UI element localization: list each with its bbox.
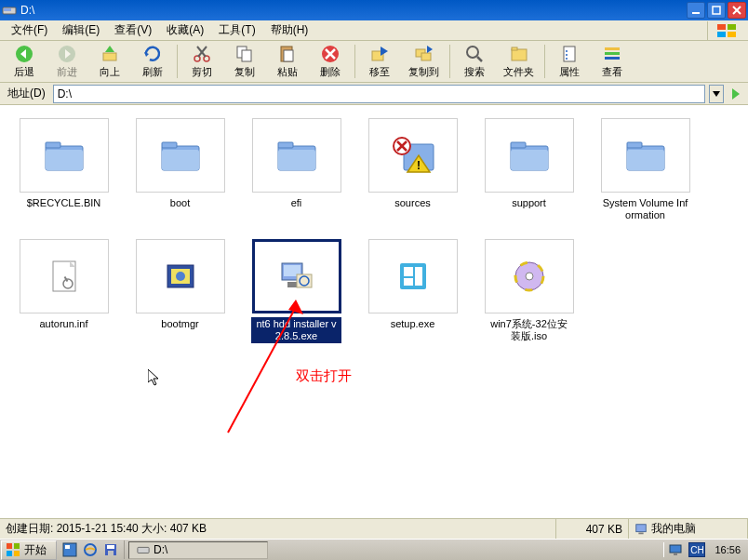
- taskbar-clock[interactable]: 16:56: [711, 544, 744, 555]
- svg-rect-35: [512, 49, 527, 60]
- paste-icon: [277, 44, 298, 64]
- file-item[interactable]: setup.exe: [364, 235, 461, 347]
- address-dropdown[interactable]: [709, 85, 724, 103]
- svg-rect-47: [46, 142, 60, 148]
- svg-rect-80: [404, 267, 413, 276]
- item-label: $RECYCLE.BIN: [25, 196, 102, 210]
- delete-button[interactable]: 删除: [310, 41, 351, 82]
- status-location: 我的电脑: [629, 519, 748, 539]
- menu-view[interactable]: 查看(V): [107, 20, 159, 40]
- file-item[interactable]: bootmgr: [131, 235, 229, 347]
- menu-help[interactable]: 帮助(H): [263, 20, 316, 40]
- svg-rect-14: [103, 53, 116, 60]
- views-button[interactable]: 查看: [592, 41, 633, 82]
- file-item[interactable]: boot: [131, 114, 229, 226]
- item-icon: [601, 118, 690, 193]
- search-button[interactable]: 搜索: [454, 41, 495, 82]
- svg-rect-101: [138, 547, 149, 553]
- copy-icon: [234, 44, 255, 64]
- svg-rect-90: [638, 532, 643, 534]
- close-button[interactable]: [728, 2, 746, 19]
- svg-rect-51: [162, 150, 199, 170]
- ime-indicator[interactable]: CH: [688, 542, 705, 557]
- item-icon: [252, 239, 341, 313]
- svg-rect-6: [717, 24, 726, 30]
- svg-rect-93: [7, 551, 12, 556]
- windows-flag-icon: [707, 21, 744, 40]
- toolbar: 后退 前进 向上 刷新 剪切 复制 粘贴 删除 移至 复制到 搜索 文件夹 属性…: [0, 41, 748, 83]
- svg-rect-31: [421, 53, 431, 60]
- svg-rect-99: [107, 545, 114, 549]
- svg-point-33: [467, 47, 478, 58]
- svg-rect-91: [7, 543, 12, 549]
- address-input[interactable]: [53, 85, 705, 103]
- status-size: 407 KB: [556, 519, 629, 539]
- separator: [544, 45, 545, 78]
- menu-file[interactable]: 文件(F): [4, 20, 55, 40]
- item-icon: [20, 239, 109, 313]
- system-tray: CH 16:56: [663, 542, 748, 557]
- ql-show-desktop[interactable]: [60, 540, 79, 559]
- file-item[interactable]: $RECYCLE.BIN: [15, 114, 113, 226]
- file-item[interactable]: support: [480, 114, 578, 226]
- window-title: D:\: [20, 4, 687, 17]
- svg-marker-44: [713, 91, 720, 97]
- moveto-icon: [369, 44, 390, 64]
- item-icon: [136, 118, 225, 193]
- svg-rect-94: [14, 551, 20, 556]
- file-item[interactable]: !sources: [364, 114, 461, 226]
- cut-button[interactable]: 剪切: [181, 41, 222, 82]
- svg-rect-42: [605, 52, 620, 55]
- up-button[interactable]: 向上: [89, 41, 130, 82]
- item-icon: [485, 239, 574, 313]
- go-button[interactable]: [728, 86, 744, 102]
- svg-text:!: !: [417, 159, 421, 172]
- file-item[interactable]: System Volume Information: [596, 114, 694, 226]
- task-explorer[interactable]: D:\: [128, 541, 268, 559]
- ql-ie[interactable]: [81, 540, 100, 559]
- computer-icon: [634, 523, 648, 536]
- folders-button[interactable]: 文件夹: [497, 41, 541, 82]
- svg-rect-82: [415, 267, 422, 286]
- svg-point-85: [526, 273, 533, 280]
- menu-tools[interactable]: 工具(T): [211, 20, 262, 40]
- svg-marker-45: [732, 88, 740, 100]
- svg-rect-81: [404, 278, 413, 286]
- svg-rect-53: [278, 142, 293, 148]
- item-label: support: [510, 196, 548, 210]
- svg-rect-1: [4, 8, 11, 11]
- tray-display-icon[interactable]: [668, 542, 683, 557]
- svg-rect-22: [242, 50, 251, 61]
- item-label: System Volume Information: [600, 196, 690, 222]
- drive-icon: [2, 3, 17, 18]
- start-button[interactable]: 开始: [1, 540, 57, 560]
- separator: [449, 45, 450, 78]
- copyto-button[interactable]: 复制到: [402, 41, 446, 82]
- svg-rect-103: [674, 553, 677, 555]
- ql-save[interactable]: [101, 540, 120, 559]
- properties-button[interactable]: 属性: [549, 41, 590, 82]
- svg-rect-50: [162, 142, 177, 148]
- moveto-button[interactable]: 移至: [359, 41, 400, 82]
- back-button[interactable]: 后退: [4, 41, 45, 82]
- menu-edit[interactable]: 编辑(E): [55, 20, 107, 40]
- menu-favorites[interactable]: 收藏(A): [159, 20, 211, 40]
- maximize-button[interactable]: [707, 2, 726, 19]
- paste-button[interactable]: 粘贴: [267, 41, 308, 82]
- cut-icon: [192, 44, 212, 64]
- file-item[interactable]: win7系统-32位安装版.iso: [480, 235, 578, 347]
- svg-marker-32: [427, 46, 433, 53]
- minimize-button[interactable]: [687, 2, 705, 19]
- file-item[interactable]: nt6 hdd installer v2.8.5.exe: [247, 235, 345, 347]
- copy-button[interactable]: 复制: [224, 41, 265, 82]
- svg-rect-62: [511, 142, 526, 148]
- titlebar: D:\: [0, 0, 748, 20]
- refresh-button[interactable]: 刷新: [132, 41, 173, 82]
- file-item[interactable]: efi: [247, 114, 345, 226]
- file-item[interactable]: autorun.inf: [15, 235, 113, 347]
- svg-point-39: [566, 54, 568, 56]
- addressbar: 地址(D): [0, 83, 748, 105]
- item-label: efi: [289, 196, 304, 210]
- statusbar: 创建日期: 2015-1-21 15:40 大小: 407 KB 407 KB …: [0, 518, 748, 539]
- svg-rect-41: [605, 47, 620, 50]
